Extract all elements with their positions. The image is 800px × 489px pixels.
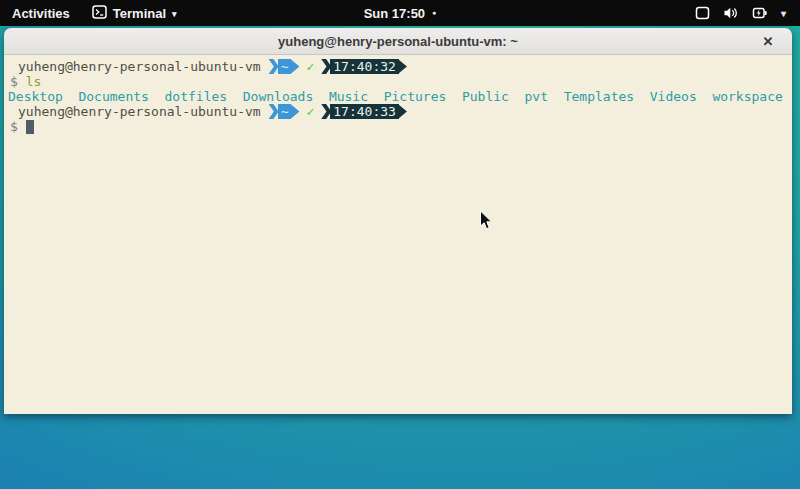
notification-dot-icon: ● [432,0,436,26]
prompt-user-host: yuheng@henry-personal-ubuntu-vm [18,59,261,74]
prompt-symbol: $ [10,74,18,89]
command-line: $ ls [4,74,792,89]
prompt-cwd-segment: ~ [269,104,300,119]
prompt-cwd-segment: ~ [269,59,300,74]
text-cursor [26,120,34,134]
prompt-line: yuheng@henry-personal-ubuntu-vm ~ ✓ 17:4… [4,104,792,119]
directory-name: Desktop [8,89,63,104]
directory-name: Public [462,89,509,104]
powerline-arrow-icon [398,59,407,74]
prompt-time: 17:40:32 [330,59,399,74]
ls-output-line: DesktopDocumentsdotfilesDownloadsMusicPi… [4,89,792,104]
close-button[interactable]: ✕ [756,28,780,55]
directory-name: workspace [712,89,782,104]
prompt-time-segment: 17:40:32 [321,59,407,74]
app-menu-terminal[interactable]: Terminal ▾ [82,0,187,26]
directory-name: dotfiles [165,89,228,104]
prompt-time: 17:40:33 [330,104,399,119]
battery-charging-icon [752,6,768,20]
input-line[interactable]: $ [4,119,792,134]
directory-name: Downloads [243,89,313,104]
chevron-down-icon: ▾ [781,8,786,19]
status-check-icon: ✓ [306,104,314,119]
terminal-window: yuheng@henry-personal-ubuntu-vm: ~ ✕ yuh… [4,28,792,414]
prompt-user-host: yuheng@henry-personal-ubuntu-vm [18,104,261,119]
directory-name: Documents [78,89,148,104]
powerline-arrow-icon [290,104,299,119]
directory-name: Music [329,89,368,104]
window-titlebar[interactable]: yuheng@henry-personal-ubuntu-vm: ~ ✕ [4,28,792,55]
window-title: yuheng@henry-personal-ubuntu-vm: ~ [278,34,518,49]
terminal-content[interactable]: yuheng@henry-personal-ubuntu-vm ~ ✓ 17:4… [4,55,792,414]
prompt-line: yuheng@henry-personal-ubuntu-vm ~ ✓ 17:4… [4,59,792,74]
powerline-arrow-icon [398,104,407,119]
directory-name: Pictures [384,89,447,104]
clock[interactable]: Sun 17:50 [364,6,425,21]
chevron-down-icon: ▾ [172,9,177,19]
status-check-icon: ✓ [306,59,314,74]
terminal-app-icon [92,5,107,22]
prompt-cwd: ~ [278,104,292,119]
prompt-symbol: $ [10,119,18,134]
directory-name: pvt [525,89,548,104]
volume-icon [723,6,739,20]
typed-command: ls [26,74,42,89]
top-bar: Activities Terminal ▾ Sun 17:50 ● [0,0,800,26]
system-tray-menu[interactable]: ▾ [681,0,800,26]
directory-name: Templates [564,89,634,104]
display-icon [695,6,710,20]
activities-button[interactable]: Activities [0,0,82,26]
app-menu-label: Terminal [113,6,166,21]
powerline-arrow-icon [290,59,299,74]
prompt-time-segment: 17:40:33 [321,104,407,119]
prompt-cwd: ~ [278,59,292,74]
directory-name: Videos [650,89,697,104]
activities-label: Activities [12,6,70,21]
